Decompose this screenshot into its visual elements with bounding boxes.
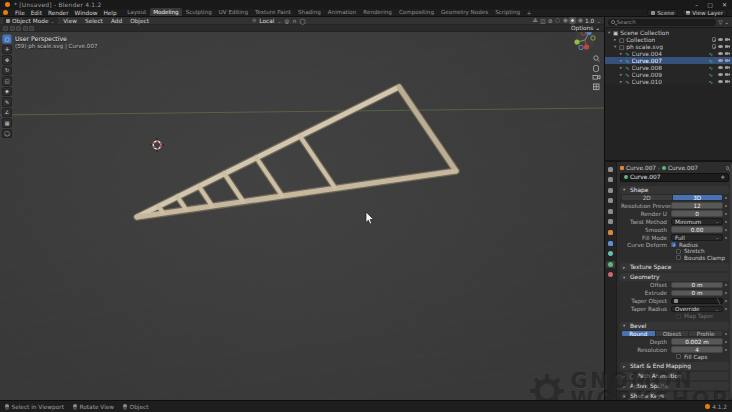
workspace-tab-geometry-nodes[interactable]: Geometry Nodes [437,8,491,16]
tab-scene[interactable] [606,208,615,215]
stretch-checkbox[interactable] [676,249,681,254]
outliner-item-curve-009[interactable]: ▸ ∿ Curve.009 ∿ [605,71,732,78]
xray-toggle-icon[interactable]: ⊘ [548,18,553,24]
tool-add-cube[interactable]: ▦ [2,118,12,128]
truss-object[interactable] [137,87,456,217]
pivot-point-icon[interactable]: ◎ [285,18,290,24]
workspace-tab-rendering[interactable]: Rendering [360,8,396,16]
shading-material-icon[interactable] [570,18,575,23]
tool-rotate[interactable]: ↻ [2,66,12,76]
gizmo-x-axis[interactable] [584,44,589,49]
snap-magnet-icon[interactable]: ∩ [292,18,296,24]
animate-dot[interactable] [723,349,728,351]
twist-smooth-field[interactable]: 0.00 [671,226,723,233]
tool-setting-icon[interactable] [29,26,34,31]
proportional-edit-icon[interactable]: ◯ [299,18,305,24]
map-taper-checkbox[interactable] [676,314,681,319]
workspace-tab-compositing[interactable]: Compositing [395,8,437,16]
workspace-tab-sculpting[interactable]: Sculpting [182,8,215,16]
tool-transform[interactable]: ◈ [2,87,12,97]
extrude-field[interactable]: 0 m [671,290,723,297]
viewport-canvas[interactable] [0,17,605,400]
mode-dropdown[interactable]: Object Mode ⌄ [3,17,58,24]
workspace-tab-uv-editing[interactable]: UV Editing [215,8,251,16]
disable-render-icon[interactable] [725,80,730,84]
tool-extra[interactable]: ◯ [2,129,12,139]
outliner-item-curve-007[interactable]: ▸ ∿ Curve.007 ∿ [605,57,732,64]
section-shape[interactable]: ▾ Shape [620,186,729,194]
dim-3d-button[interactable]: 3D [673,195,723,200]
tab-render[interactable] [606,176,615,183]
view-layer-selector[interactable]: View Layer [682,9,727,16]
animate-dot[interactable] [723,237,728,239]
animate-dot[interactable] [723,284,728,286]
fill-caps-checkbox[interactable] [676,354,681,359]
render-u-field[interactable]: 0 [671,210,723,217]
bounds-clamp-checkbox[interactable] [676,255,681,260]
options-dropdown[interactable]: Options ⌄ [571,25,600,31]
tool-setting-icon[interactable] [10,26,15,31]
hide-viewport-icon[interactable] [718,73,723,76]
animate-dot[interactable] [723,292,728,294]
resolution-preview-u-field[interactable]: 12 [671,202,723,209]
taper-object-field[interactable]: ╲ [671,298,723,305]
camera-view-icon[interactable] [593,75,600,79]
viewport-3d[interactable]: Object Mode ⌄ View Select Add Object ⟐ L… [0,17,605,400]
viewport-menu-select[interactable]: Select [83,18,106,24]
workspace-tab-scripting[interactable]: Scripting [492,8,524,16]
proportional-size-value[interactable]: 1.0 [585,18,594,24]
animate-dot[interactable] [723,300,728,302]
tab-modifiers[interactable] [606,240,615,247]
tool-move[interactable]: ✥ [2,55,12,65]
animate-dot[interactable] [723,205,728,207]
disable-render-icon[interactable] [725,52,730,56]
tab-output[interactable] [606,187,615,194]
bevel-profile-button[interactable]: Profile [689,331,722,336]
hide-viewport-icon[interactable] [718,45,723,48]
menu-edit[interactable]: Edit [28,10,45,16]
tool-setting-icon[interactable] [3,26,8,31]
add-workspace-button[interactable]: + [524,9,535,16]
outliner-item-curve-008[interactable]: ▸ ∿ Curve.008 ∿ [605,64,732,71]
transform-orientation-dropdown[interactable]: Local [259,18,274,24]
tab-material[interactable] [606,271,615,278]
hide-viewport-icon[interactable] [718,52,723,55]
disable-render-icon[interactable] [725,59,730,63]
show-gizmo-icon[interactable]: ⟁ [533,17,538,24]
tool-annotate[interactable]: ✎ [2,97,12,107]
scene-selector[interactable]: Scene [647,9,678,16]
disable-render-icon[interactable] [725,66,730,70]
animate-dot[interactable] [723,197,728,199]
editor-type-icon[interactable] [6,19,10,23]
disable-render-icon[interactable] [725,38,730,42]
tool-scale[interactable]: ◱ [2,76,12,86]
taper-radius-dropdown[interactable]: Override ⌄ [671,306,723,313]
eyedropper-icon[interactable]: ╲ [717,298,720,304]
hide-viewport-icon[interactable] [718,66,723,69]
outliner-item-curve-004[interactable]: ▸ ∿ Curve.004 ∿ [605,50,732,57]
viewport-menu-view[interactable]: View [61,18,80,24]
radius-checkbox[interactable] [671,242,676,247]
tab-world[interactable] [606,218,615,225]
section-geometry[interactable]: ▾ Geometry [620,273,729,281]
bevel-object-button[interactable]: Object [656,331,690,336]
section-texture-space[interactable]: ▸ Texture Space [620,263,729,271]
tab-tool[interactable] [606,166,615,173]
shading-rendered-icon[interactable] [578,18,583,23]
hide-viewport-icon[interactable] [718,59,723,62]
tool-select-box[interactable]: ▢ [2,34,12,44]
shading-wireframe-icon[interactable] [555,18,560,23]
workspace-tab-animation[interactable]: Animation [324,8,360,16]
search-input[interactable]: Search [608,19,716,26]
workspace-tab-layout[interactable]: Layout [124,8,150,16]
pan-hand-icon[interactable] [594,66,599,72]
minimize-button[interactable]: – [695,1,698,8]
animate-dot[interactable] [723,308,728,310]
filter-icon[interactable]: ▽ [718,19,722,25]
toggle-ortho-icon[interactable] [594,84,600,90]
dim-2d-button[interactable]: 2D [622,195,673,200]
outliner-item-scene-collection[interactable]: ▾ ▣ Scene Collection [605,29,732,36]
animate-dot[interactable] [723,213,728,215]
tool-cursor[interactable]: ✛ [2,45,12,55]
menu-file[interactable]: File [12,10,28,16]
